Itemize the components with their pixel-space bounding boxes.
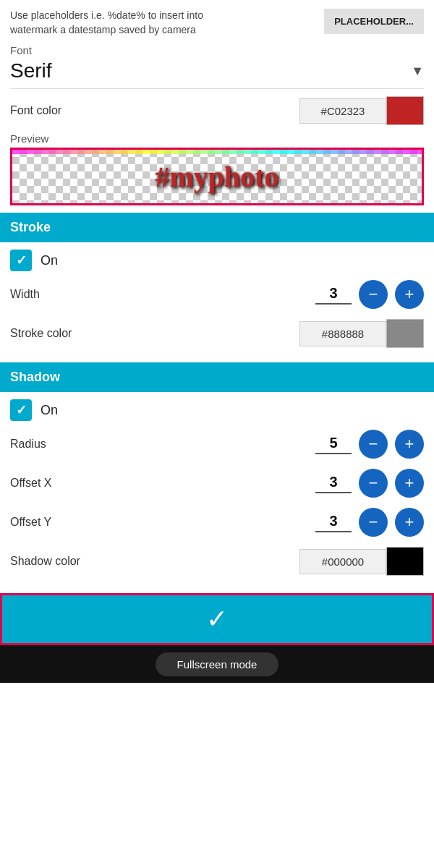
font-color-label: Font color	[10, 104, 61, 117]
shadow-color-input-group: #000000	[299, 547, 424, 576]
stroke-color-hex[interactable]: #888888	[299, 321, 386, 346]
placeholder-description: Use placeholders i.e. %date% to insert i…	[10, 9, 242, 37]
shadow-offset-y-increase-button[interactable]	[395, 508, 424, 537]
shadow-offset-y-decrease-button[interactable]	[359, 508, 388, 537]
fullscreen-button[interactable]: Fullscreen mode	[156, 652, 279, 676]
stroke-width-decrease-button[interactable]	[359, 280, 388, 309]
font-label: Font	[10, 44, 424, 56]
shadow-checkbox[interactable]: ✓	[10, 399, 32, 421]
font-name: Serif	[10, 59, 52, 82]
shadow-on-label: On	[41, 403, 58, 418]
stroke-color-input-group: #888888	[299, 319, 424, 348]
stroke-toggle-row: ✓ On	[10, 250, 424, 271]
shadow-color-row: Shadow color #000000	[10, 547, 424, 576]
stroke-width-value: 3	[315, 285, 352, 305]
shadow-radius-increase-button[interactable]	[395, 430, 424, 459]
chevron-down-icon: ▼	[411, 64, 424, 79]
stroke-width-controls: 3	[315, 280, 424, 309]
shadow-offset-x-decrease-button[interactable]	[359, 469, 388, 498]
shadow-color-label: Shadow color	[10, 555, 80, 568]
shadow-checkmark-icon: ✓	[16, 402, 27, 418]
shadow-radius-label: Radius	[10, 438, 82, 451]
confirm-bar[interactable]: ✓	[0, 593, 434, 645]
stroke-section-label: Stroke	[10, 220, 51, 234]
stroke-width-label: Width	[10, 288, 82, 301]
font-selector-row[interactable]: Serif ▼	[10, 59, 424, 89]
stroke-width-increase-button[interactable]	[395, 280, 424, 309]
font-color-row: Font color #C02323	[10, 96, 424, 125]
preview-label: Preview	[10, 132, 424, 145]
shadow-offset-x-increase-button[interactable]	[395, 469, 424, 498]
stroke-checkbox[interactable]: ✓	[10, 250, 32, 271]
shadow-offset-y-label: Offset Y	[10, 516, 82, 529]
stroke-color-swatch[interactable]	[386, 319, 424, 348]
shadow-offset-x-label: Offset X	[10, 477, 82, 490]
shadow-radius-decrease-button[interactable]	[359, 430, 388, 459]
confirm-checkmark-icon: ✓	[206, 604, 228, 634]
stroke-width-row: Width 3	[10, 280, 424, 309]
stroke-color-row: Stroke color #888888	[10, 319, 424, 348]
font-color-input-group: #C02323	[299, 96, 424, 125]
font-color-hex[interactable]: #C02323	[299, 98, 386, 124]
preview-text: #myphoto	[155, 160, 278, 194]
stroke-section-body: ✓ On Width 3 Stroke color #888888	[0, 242, 434, 362]
placeholder-button[interactable]: PLACEHOLDER...	[324, 9, 424, 34]
shadow-offset-y-controls: 3	[315, 508, 424, 537]
stroke-section-header: Stroke	[0, 213, 434, 242]
shadow-section-header: Shadow	[0, 362, 434, 392]
stroke-on-label: On	[41, 253, 58, 268]
shadow-radius-value: 5	[315, 435, 352, 454]
shadow-offset-x-row: Offset X 3	[10, 469, 424, 498]
stroke-checkmark-icon: ✓	[16, 252, 27, 268]
shadow-radius-controls: 5	[315, 430, 424, 459]
preview-box: #myphoto	[10, 148, 424, 205]
stroke-color-label: Stroke color	[10, 327, 72, 340]
shadow-toggle-row: ✓ On	[10, 399, 424, 421]
top-section: Use placeholders i.e. %date% to insert i…	[0, 0, 434, 213]
shadow-offset-y-value: 3	[315, 513, 352, 532]
placeholder-row: Use placeholders i.e. %date% to insert i…	[10, 9, 424, 37]
shadow-radius-row: Radius 5	[10, 430, 424, 459]
shadow-offset-y-row: Offset Y 3	[10, 508, 424, 537]
bottom-bar: Fullscreen mode	[0, 645, 434, 683]
shadow-section-body: ✓ On Radius 5 Offset X 3 Offset Y 3 Shad…	[0, 392, 434, 590]
shadow-offset-x-controls: 3	[315, 469, 424, 498]
shadow-color-hex[interactable]: #000000	[299, 549, 386, 574]
font-color-swatch[interactable]	[386, 96, 424, 125]
shadow-section-label: Shadow	[10, 370, 60, 384]
shadow-offset-x-value: 3	[315, 474, 352, 493]
shadow-color-swatch[interactable]	[386, 547, 424, 576]
